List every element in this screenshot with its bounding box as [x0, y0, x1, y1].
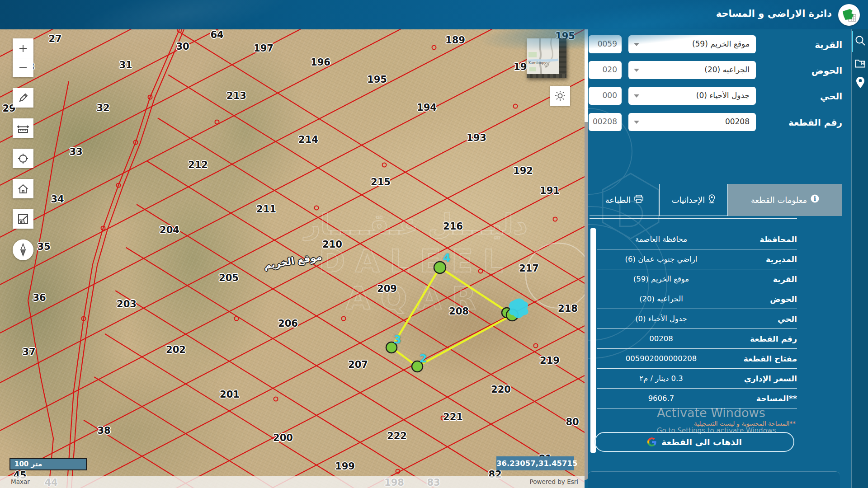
detail-value: 005902000000208: [597, 354, 726, 363]
zoom-in-button[interactable]: [13, 38, 33, 58]
detail-value: الجراعيه (20): [597, 295, 726, 303]
code-input[interactable]: 000: [589, 87, 622, 105]
detail-value: 9606.7: [597, 394, 726, 403]
active-tool-indicator: [852, 31, 853, 52]
detail-row: **المساحة9606.7: [597, 389, 797, 408]
vertex-number-label: 2: [420, 352, 427, 365]
top-header-bar: دائرة الاراضي و المساحة: [0, 0, 868, 29]
map-toolbar: [13, 38, 33, 271]
sidebar-icon-strip: [851, 29, 868, 488]
printer-icon: [634, 195, 643, 205]
detail-row: رقم القطعة00208: [597, 329, 797, 349]
detail-value: اراضي جنوب عمان (6): [597, 255, 726, 263]
location-pin-icon[interactable]: [854, 76, 867, 89]
attribution-source: Maxar: [11, 478, 30, 485]
saved-folder-icon[interactable]: [854, 56, 867, 70]
tab-parcel-info[interactable]: iمعلومات القطعة: [728, 184, 842, 216]
attribution-esri: Powered by Esri: [530, 478, 578, 485]
form-label: رقم القطعة: [761, 117, 842, 128]
chevron-down-icon: [634, 69, 639, 72]
detail-label: رقم القطعة: [726, 334, 797, 343]
tab-label: الطباعة: [605, 195, 631, 205]
measure-button[interactable]: [13, 118, 33, 138]
dropdown-select[interactable]: 00208: [628, 113, 756, 131]
map-attribution-bar: Maxar Powered by Esri: [0, 476, 585, 488]
pin-icon: [708, 194, 715, 205]
dropdown-select[interactable]: جدول الأحياء (0): [628, 87, 756, 105]
parcel-search-sidebar: 0059موقع الخريم (59)القرية020الجراعيه (2…: [585, 29, 868, 488]
form-label: القرية: [761, 39, 842, 51]
sun-icon: [554, 90, 566, 102]
detail-row: الحيجدول الأحياء (0): [597, 309, 797, 329]
form-label: الحي: [761, 90, 842, 102]
form-label: الحوض: [761, 65, 842, 76]
tab-coordinates[interactable]: الإحداثيات: [659, 184, 728, 216]
vertex-number-label: 4: [443, 252, 451, 264]
form-row-3: 0020800208رقم القطعة: [585, 113, 868, 131]
tabs-underline: [590, 218, 797, 219]
home-button[interactable]: [13, 179, 33, 198]
dropdown-select[interactable]: الجراعيه (20): [628, 61, 756, 79]
tab-label: معلومات القطعة: [751, 194, 807, 206]
app-title: دائرة الاراضي و المساحة: [716, 8, 832, 19]
sidebar-footer-panel: [588, 471, 840, 488]
detail-row: القريةموقع الخريم (59): [597, 269, 797, 289]
lands-department-logo-icon: [838, 4, 860, 26]
go-to-parcel-label: الذهاب الى القطعة: [661, 437, 742, 447]
info-tabs: الطباعةالإحداثياتiمعلومات القطعة: [590, 184, 847, 216]
detail-label: الحوض: [726, 295, 797, 304]
brightness-toggle-button[interactable]: [550, 86, 570, 106]
locate-button[interactable]: [13, 149, 33, 168]
search-icon[interactable]: [854, 34, 867, 47]
detail-row: الحوضالجراعيه (20): [597, 289, 797, 309]
form-row-2: 000جدول الأحياء (0)الحي: [585, 87, 868, 105]
form-row-1: 020الجراعيه (20)الحوض: [585, 61, 868, 79]
detail-value: جدول الأحياء (0): [597, 314, 726, 323]
cursor-coordinates-badge: 36.23057,31.45715: [496, 456, 574, 470]
detail-value: محافظة العاصمة: [597, 235, 726, 244]
detail-row: المديريةاراضي جنوب عمان (6): [597, 249, 797, 269]
scale-bar: 100 متر: [9, 458, 87, 470]
detail-label: المحافظة: [726, 235, 797, 244]
inset-town-label: Kamloops: [528, 61, 546, 65]
map-canvas[interactable]: دليــــل عـقــــار DALEEL AQAR 276430197…: [0, 29, 585, 488]
go-to-parcel-button[interactable]: الذهاب الى القطعة: [594, 432, 794, 452]
detail-value: موقع الخريم (59): [597, 275, 726, 283]
detail-value: 00208: [597, 334, 726, 343]
detail-row: مفتاح القطعة005902000000208: [597, 349, 797, 369]
detail-label: المديرية: [726, 255, 797, 264]
sidebar-scrollbar-thumb[interactable]: [585, 122, 588, 480]
detail-row: المحافظةمحافظة العاصمة: [597, 230, 797, 249]
detail-label: السعر الإداري: [726, 374, 797, 383]
parcel-details-table: المحافظةمحافظة العاصمةالمديريةاراضي جنوب…: [597, 230, 797, 408]
draw-button[interactable]: [13, 88, 33, 108]
inset-satellite-edge: [527, 74, 566, 78]
area-footnote: **المساحة المحسوبة و ليست التسجيلية: [694, 420, 796, 427]
code-input[interactable]: 00208: [589, 113, 622, 131]
detail-label: القرية: [726, 275, 797, 284]
chevron-down-icon: [634, 94, 639, 98]
svg-text:i: i: [814, 195, 816, 202]
section-accent-bar: [590, 228, 596, 453]
tab-label: الإحداثيات: [672, 195, 705, 205]
detail-label: **المساحة: [726, 394, 797, 403]
detail-row: السعر الإداري0.3 دينار / م٢: [597, 369, 797, 389]
detail-label: الحي: [726, 314, 797, 324]
google-maps-g-icon: [647, 437, 657, 447]
basemap-sketch-button[interactable]: [13, 209, 33, 229]
compass-button[interactable]: [13, 239, 33, 260]
vertex-number-label: 3: [394, 333, 401, 346]
chevron-down-icon: [634, 121, 639, 124]
info-icon: i: [811, 194, 819, 206]
code-input[interactable]: 020: [589, 61, 622, 79]
tab-print[interactable]: الطباعة: [590, 184, 659, 216]
detail-value: 0.3 دينار / م٢: [597, 374, 726, 383]
zoom-out-button[interactable]: [13, 58, 33, 77]
detail-label: مفتاح القطعة: [726, 354, 797, 363]
